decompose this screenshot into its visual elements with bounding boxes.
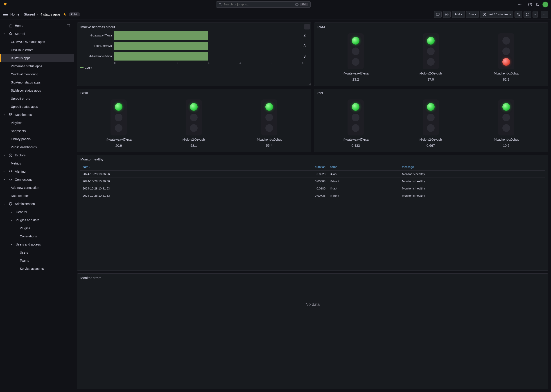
panel-title[interactable]: Monitor errors [80, 276, 545, 280]
table-row[interactable]: 2024-10-28 10:31:530.00735i4-frontMonito… [80, 192, 545, 199]
share-button[interactable]: Share [466, 11, 479, 18]
collapse-icon[interactable] [541, 11, 548, 18]
sidebar-item[interactable]: Snapshots [0, 127, 74, 135]
traffic-label: i4-db-v2-0zvuvb [420, 71, 442, 75]
sidebar: Home ▾ Starred COMWORK status apps CWClo… [0, 20, 74, 392]
light-bulb [352, 58, 360, 66]
light-bulb [427, 103, 435, 111]
sidebar-item[interactable]: Users [0, 248, 74, 257]
zoom-out-icon[interactable] [515, 11, 522, 18]
resize-handle-icon[interactable]: ◢ [309, 83, 311, 85]
panel-title[interactable]: Monitor healthy [80, 157, 545, 161]
nav-alerting[interactable]: ▸ Alerting [0, 168, 74, 175]
sidebar-item[interactable]: Styldecor status apps [0, 86, 74, 95]
search-box[interactable]: ⌘+k [216, 1, 311, 8]
refresh-interval[interactable] [533, 11, 538, 18]
add-button[interactable]: Add [452, 11, 465, 18]
sidebar-item[interactable]: Primarosa status apps [0, 62, 74, 70]
nav-connections[interactable]: ▾ Connections [0, 175, 74, 184]
sidebar-item[interactable]: Teams [0, 257, 74, 265]
light-bulb [352, 124, 360, 132]
sidebar-item[interactable]: Data sources [0, 192, 74, 200]
traffic-item: i4-backend-x0vbqu55.4 [256, 99, 283, 147]
sidebar-item[interactable]: Public dashboards [0, 143, 74, 151]
star-icon[interactable]: ★ [63, 12, 66, 17]
sidebar-item[interactable]: Plugins [0, 224, 74, 232]
topbar: ⌘+k [0, 0, 551, 9]
help-icon[interactable] [528, 2, 532, 7]
timerange-picker[interactable]: Last 15 minutes [480, 11, 513, 18]
table-row[interactable]: 2024-10-28 10:36:560.0220i4-apiMonitor i… [80, 171, 545, 178]
sidebar-item[interactable]: Quickwit monitoring [0, 70, 74, 78]
cell-date: 2024-10-28 10:31:53 [80, 192, 248, 199]
sidebar-item-active[interactable]: I4 status apps [0, 54, 74, 62]
tv-icon[interactable] [434, 11, 442, 18]
bar-value: 3 [304, 33, 308, 38]
header-actions: Add Share Last 15 minutes [434, 11, 548, 18]
barchart: i4-gateway-47xrsa3i4-db-v2-0zvuvb3i4-bac… [80, 31, 308, 61]
menu-toggle[interactable] [3, 12, 8, 17]
sidebar-item[interactable]: Metrics [0, 159, 74, 168]
sidebar-item[interactable]: Uprodit status apps [0, 103, 74, 111]
breadcrumb-home[interactable]: Home [10, 12, 19, 16]
search-input[interactable] [224, 3, 294, 6]
shortcut-badge: ⌘+k [300, 3, 308, 6]
cell-message: Monitor is healthy [400, 178, 545, 185]
refresh-icon[interactable] [523, 11, 531, 18]
col-name[interactable]: name [328, 163, 400, 171]
panel-title[interactable]: Imalive heartbits stdout [80, 25, 308, 29]
col-duration[interactable]: duration [248, 163, 328, 171]
news-icon[interactable] [535, 2, 539, 7]
table-row[interactable]: 2024-10-28 10:36:560.00888i4-frontMonito… [80, 178, 545, 185]
sidebar-item[interactable]: Library panels [0, 135, 74, 143]
traffic-label: i4-gateway-47xrsa [343, 138, 368, 141]
chevron-down-icon: ▾ [4, 154, 6, 157]
traffic-label: i4-gateway-47xrsa [343, 71, 368, 75]
sidebar-item[interactable]: Add new connection [0, 184, 74, 192]
avatar[interactable] [543, 2, 548, 7]
sidebar-item[interactable]: ▸General [0, 208, 74, 216]
light-bulb [115, 114, 122, 121]
sort-desc-icon: ↓ [89, 166, 90, 168]
panel-title[interactable]: DISK [80, 91, 308, 95]
nav-starred[interactable]: ▾ Starred [0, 30, 74, 38]
dashboards-icon [8, 113, 13, 117]
traffic-label: i4-db-v2-0zvuvb [420, 138, 442, 141]
panel-menu-icon[interactable]: ⋮ [304, 24, 310, 29]
bar-label: i4-db-v2-0zvuvb [80, 44, 112, 48]
col-date[interactable]: date↓ [80, 163, 248, 171]
sidebar-item[interactable]: Correlations [0, 232, 74, 240]
table-row[interactable]: 2024-10-28 10:31:530.0180i4-apiMonitor i… [80, 185, 545, 192]
sidebar-item[interactable]: CWCloud errors [0, 46, 74, 54]
nav-home[interactable]: Home [0, 21, 74, 30]
traffic-row: i4-gateway-47xrsa23.2i4-db-v2-0zvuvb37.9… [317, 31, 545, 84]
sidebar-item[interactable]: COMWORK status apps [0, 38, 74, 46]
grafana-logo[interactable] [3, 1, 9, 8]
svg-rect-19 [11, 113, 12, 115]
panel-title[interactable]: RAM [317, 25, 545, 29]
panel-title[interactable]: CPU [317, 91, 545, 95]
nav-explore[interactable]: ▾ Explore [0, 151, 74, 159]
dock-icon[interactable] [66, 24, 71, 28]
nav-administration[interactable]: ▾ Administration [0, 200, 74, 208]
sidebar-item[interactable]: Uprodit errors [0, 95, 74, 103]
cell-date: 2024-10-28 10:36:56 [80, 171, 248, 178]
sidebar-item[interactable]: Playlists [0, 119, 74, 127]
traffic-label: i4-backend-x0vbqu [493, 138, 519, 141]
cell-duration: 0.00735 [248, 192, 328, 199]
bar-row: i4-db-v2-0zvuvb3 [80, 42, 308, 50]
light-bulb [190, 114, 198, 121]
traffic-item: i4-db-v2-0zvuvb0.667 [420, 99, 442, 147]
col-message[interactable]: message [400, 163, 545, 171]
gear-icon[interactable] [443, 11, 451, 18]
svg-point-0 [219, 3, 221, 5]
nav-dashboards[interactable]: ▾ Dashboards [0, 111, 74, 119]
sidebar-item[interactable]: ▾Plugins and data [0, 216, 74, 224]
sidebar-item[interactable]: ▾Users and access [0, 240, 74, 248]
sidebar-item[interactable]: Service accounts [0, 265, 74, 273]
svg-point-6 [530, 5, 530, 5]
breadcrumb-starred[interactable]: Starred [24, 12, 35, 16]
bar-label: i4-gateway-47xrsa [80, 34, 112, 37]
sidebar-item[interactable]: SidiAmor status apps [0, 78, 74, 86]
plus-icon[interactable] [517, 2, 522, 7]
